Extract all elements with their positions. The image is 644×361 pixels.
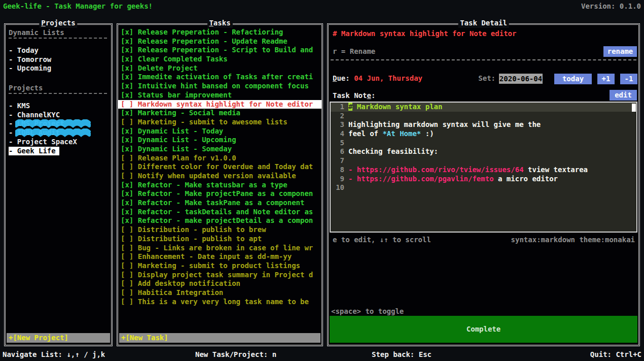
editor-line: 5 bbox=[331, 139, 636, 148]
project-item-label: - Today bbox=[9, 46, 42, 55]
task-row[interactable]: [x] Refactor - make projectDetail as a c… bbox=[118, 216, 321, 225]
sidebar-item-lms-project[interactable]: - LMS Project bbox=[9, 119, 111, 128]
editor-line: 8- https://github.com/rivo/tview/issues/… bbox=[331, 166, 636, 175]
editor-syntax-theme: syntax:markdown theme:monakai bbox=[511, 236, 635, 245]
plus-one-button[interactable]: +1 bbox=[597, 74, 615, 84]
projects-panel: Projects Dynamic Lists- Today- Tomorrow-… bbox=[4, 23, 113, 346]
editor-text-segment: feel of bbox=[348, 129, 382, 138]
section-gap bbox=[9, 73, 111, 84]
scribble-redaction-icon bbox=[15, 128, 95, 137]
sidebar-item-kms[interactable]: - KMS bbox=[9, 102, 111, 111]
task-row[interactable]: [x] Immedite activation of Tasks after c… bbox=[118, 73, 321, 82]
task-note-label: Task Note: bbox=[333, 91, 375, 101]
editor-text-segment: Markdown syntax plan bbox=[352, 103, 442, 111]
editor-line-number: 2 bbox=[332, 112, 344, 121]
task-row[interactable]: [ ] Enhancement - Date input as dd-mm-yy bbox=[118, 252, 321, 261]
task-row[interactable]: [ ] This is a very very long task name t… bbox=[118, 298, 321, 307]
task-row[interactable]: [x] Refactor - taskDetails and Note edit… bbox=[118, 208, 321, 217]
task-row[interactable]: [x] Delete Project bbox=[118, 64, 321, 73]
complete-button[interactable]: Complete bbox=[330, 316, 637, 343]
task-row[interactable]: [ ] Add desktop notification bbox=[118, 279, 321, 288]
task-row[interactable]: [ ] Bug - Links are broken in case of li… bbox=[118, 244, 321, 253]
task-row[interactable]: [x] Clear Completed Tasks bbox=[118, 55, 321, 64]
due-date-value: 04 Jun, Thursday bbox=[354, 74, 422, 82]
editor-line: 1# Markdown syntax plan bbox=[331, 103, 636, 112]
editor-line-number: 6 bbox=[332, 147, 344, 156]
editor-line: 9- https://github.com/pgavlin/femto a mi… bbox=[331, 175, 636, 184]
date-input[interactable]: 2020-06-04 bbox=[499, 74, 543, 84]
sidebar-item-upcoming[interactable]: - Upcoming bbox=[9, 64, 111, 73]
project-item-label: - KMS bbox=[9, 102, 33, 111]
version-label: Version: 0.1.0 bbox=[581, 2, 641, 11]
sidebar-item-project-spacex[interactable]: - Project SpaceX bbox=[9, 138, 111, 147]
app-screen: Geek-life - Task Manager for geeks! Vers… bbox=[0, 0, 644, 361]
editor-hint: e to edit, ↓↑ to scroll bbox=[333, 236, 431, 245]
task-row[interactable]: [ ] Release Plan for v1.0.0 bbox=[118, 154, 321, 163]
sidebar-item-channelkyc[interactable]: - ChannelKYC bbox=[9, 111, 111, 120]
separator bbox=[331, 59, 636, 60]
editor-line: 7 bbox=[331, 156, 636, 166]
editor-text-segment: a micro editor bbox=[494, 175, 558, 183]
editor-line: 3Highlighting markdown syntax will give … bbox=[331, 120, 636, 129]
task-row[interactable]: [x] Refactor - Make projectPane as a com… bbox=[118, 189, 321, 199]
editor-text-segment: https://github.com/rivo/tview/issues/64 bbox=[357, 166, 524, 174]
task-row[interactable]: [x] Dynamic List - Someday bbox=[118, 145, 321, 154]
editor-text-segment: :) bbox=[421, 129, 434, 138]
task-row[interactable]: [ ] Notify when updated version availabl… bbox=[118, 172, 321, 181]
sidebar-item-geek-life[interactable]: - Geek Life bbox=[9, 147, 111, 156]
editor-line: 6Checking feasibility: bbox=[331, 147, 636, 156]
task-detail-panel: Task Detail # Markdown syntax highlight … bbox=[327, 23, 640, 346]
sidebar-item-today[interactable]: - Today bbox=[9, 46, 111, 55]
project-item-label: - Upcoming bbox=[9, 64, 55, 73]
task-row[interactable]: [ ] Marketing - submit to awesome lists bbox=[118, 118, 321, 127]
editor-line-number: 10 bbox=[332, 183, 344, 192]
task-row[interactable]: [ ] Marketing - submit to product listin… bbox=[118, 261, 321, 271]
today-button[interactable]: today bbox=[554, 74, 592, 84]
task-row[interactable]: [x] Dynamic List - Today bbox=[118, 127, 321, 136]
minus-one-button[interactable]: -1 bbox=[620, 74, 637, 84]
projects-list: Dynamic Lists- Today- Tomorrow- Upcoming… bbox=[6, 25, 111, 155]
task-row[interactable]: [ ] Habitica Integration bbox=[118, 288, 321, 298]
tasks-panel-title: Tasks bbox=[207, 19, 232, 28]
edit-button[interactable]: edit bbox=[610, 90, 637, 101]
task-row[interactable]: [x] Dynamic List - Upcoming bbox=[118, 136, 321, 145]
task-row[interactable]: [ ] Different color for Overdue and Toda… bbox=[118, 162, 321, 172]
new-project-button[interactable]: +[New Project] bbox=[7, 333, 110, 343]
editor-line-number: 1 bbox=[332, 103, 344, 112]
task-row[interactable]: [x] Release Preperation - Update Readme bbox=[118, 37, 321, 46]
editor-scrollbar-thumb[interactable] bbox=[632, 104, 636, 112]
task-row[interactable]: [ ] Display project task summary in Proj… bbox=[118, 271, 321, 280]
task-row[interactable]: [x] Refactor - Make taskPane as a compon… bbox=[118, 199, 321, 208]
task-row[interactable]: [x] Status bar improvement bbox=[118, 91, 321, 100]
task-row[interactable]: [x] Marketing - Social media bbox=[118, 109, 321, 118]
editor-text-segment: Highlighting markdown syntax will give m… bbox=[348, 120, 541, 128]
editor-line: 4feel of *At Home* :) bbox=[331, 129, 636, 139]
editor-line-number: 4 bbox=[332, 129, 344, 139]
task-row[interactable]: [x] Intuitive hint bansed on component f… bbox=[118, 82, 321, 91]
editor-text-segment: - bbox=[348, 175, 357, 183]
task-row[interactable]: [x] Refactor - Make statusbar as a type bbox=[118, 181, 321, 190]
task-row[interactable]: [x] Release Preperation - Refactioring bbox=[118, 28, 321, 37]
task-row[interactable]: [ ] Distribution - publish to brew bbox=[118, 225, 321, 235]
toggle-hint: <space> to toggle bbox=[331, 307, 404, 316]
task-row[interactable]: [ ] Distribution - publish to apt bbox=[118, 235, 321, 244]
projects-section-header: Projects bbox=[9, 84, 107, 94]
set-label: Set: bbox=[478, 74, 495, 83]
task-detail-panel-title: Task Detail bbox=[458, 19, 509, 28]
editor-line: 2 bbox=[331, 112, 636, 121]
note-editor-lines: 1# Markdown syntax plan23Highlighting ma… bbox=[331, 103, 636, 192]
task-row[interactable]: [x] Release Preperation - Script to Buil… bbox=[118, 46, 321, 55]
sidebar-item-tomorrow[interactable]: - Tomorrow bbox=[9, 55, 111, 64]
rename-hint: r = Rename bbox=[333, 47, 375, 56]
tasks-panel: Tasks [x] Release Preperation - Refactio… bbox=[117, 23, 323, 346]
project-item-label: - Project SpaceX bbox=[9, 138, 81, 147]
editor-line-number: 5 bbox=[332, 139, 344, 148]
task-row[interactable]: [ ] Markdown syntax highlight for Note e… bbox=[118, 100, 321, 109]
due-row: Due: 04 Jun, Thursday bbox=[333, 74, 422, 83]
new-task-button[interactable]: +[New Task] bbox=[119, 333, 320, 343]
note-editor[interactable]: 1# Markdown syntax plan23Highlighting ma… bbox=[330, 102, 637, 233]
projects-panel-title: Projects bbox=[39, 19, 77, 28]
sidebar-item-idbl-audit[interactable]: - IDBL Audit bbox=[9, 128, 111, 138]
rename-button[interactable]: rename bbox=[603, 46, 637, 57]
editor-text-segment: tview textarea bbox=[524, 166, 588, 174]
